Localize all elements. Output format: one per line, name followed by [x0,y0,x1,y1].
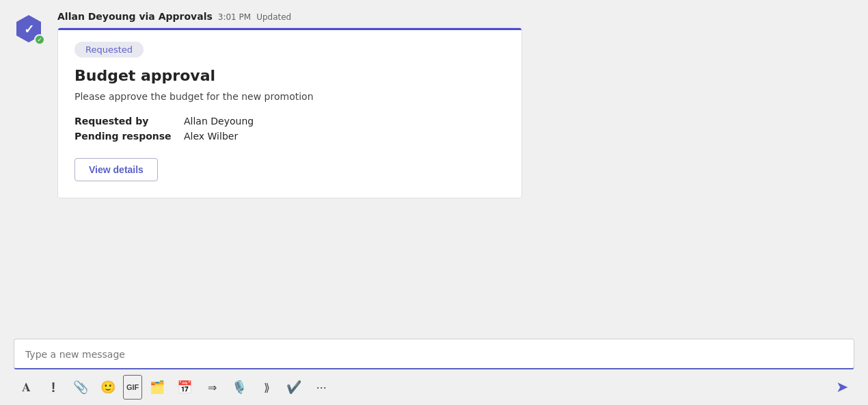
online-badge [34,34,45,45]
more-options-button[interactable]: ··· [309,375,334,400]
more-icon: ··· [316,380,327,395]
loop-icon: ⟫ [264,381,270,394]
message-updated: Updated [256,12,291,22]
sticker-icon: 🗂️ [150,380,165,395]
approval-details: Requested by Allan Deyoung Pending respo… [74,116,505,142]
send-icon: ➤ [836,378,848,396]
approval-description: Please approve the budget for the new pr… [74,91,505,102]
send-arrow-button[interactable]: ⇒ [200,375,224,400]
format-icon: 𝐀 [22,380,31,395]
sender-name: Allan Deyoung via Approvals [57,11,213,22]
svg-text:✓: ✓ [24,23,34,36]
loop-button[interactable]: ⟫ [254,375,279,400]
emoji-button[interactable]: 🙂 [96,375,120,400]
compose-input[interactable] [25,349,843,368]
approval-card: Requested Budget approval Please approve… [57,27,522,198]
send-button[interactable]: ➤ [830,375,854,400]
exclamation-icon: ! [51,380,56,395]
attach-button[interactable]: 📎 [68,375,93,400]
attach-icon: 📎 [73,380,88,395]
gif-button[interactable]: GIF [123,375,142,400]
sticker-button[interactable]: 🗂️ [145,375,169,400]
audio-button[interactable]: 🎙️ [227,375,252,400]
gif-icon: GIF [126,383,139,391]
task-button[interactable]: ✔️ [282,375,306,400]
message-area: Allan Deyoung via Approvals 3:01 PM Upda… [57,11,854,198]
schedule-button[interactable]: 📅 [172,375,197,400]
important-button[interactable]: ! [41,375,66,400]
emoji-icon: 🙂 [100,380,116,395]
toolbar-row: 𝐀 ! 📎 🙂 GIF 🗂️ 📅 ⇒ 🎙️ ⟫ ✔️ ··· ➤ [0,369,868,405]
status-badge: Requested [74,42,144,57]
format-button[interactable]: 𝐀 [14,375,38,400]
audio-icon: 🎙️ [232,380,247,395]
schedule-icon: 📅 [177,380,192,395]
approval-title: Budget approval [74,67,505,84]
compose-box [14,339,854,369]
pending-response-label: Pending response [74,131,184,142]
message-time: 3:01 PM [218,12,251,22]
requested-by-label: Requested by [74,116,184,127]
requested-by-value: Allan Deyoung [184,116,505,127]
avatar: ✓ [14,14,44,44]
task-icon: ✔️ [286,380,301,395]
compose-area [0,333,868,369]
pending-response-value: Alex Wilber [184,131,505,142]
message-header: Allan Deyoung via Approvals 3:01 PM Upda… [57,11,854,22]
send-arrow-icon: ⇒ [208,381,217,394]
view-details-button[interactable]: View details [74,158,158,181]
main-area: ✓ Allan Deyoung via Approvals 3:01 PM Up… [0,0,868,333]
avatar-area: ✓ [14,11,49,44]
